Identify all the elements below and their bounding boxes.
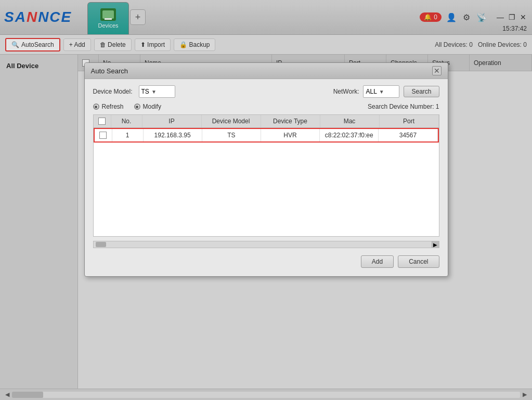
modal-table-header: No. IP Device Model Device Type Mac Port — [94, 115, 439, 128]
device-model-label: Device Model: — [93, 88, 133, 95]
network-arrow: ▼ — [379, 89, 384, 95]
row-mac: c8:22:02:37:f0:ee — [320, 129, 379, 141]
mth-device-type: Device Type — [261, 115, 320, 127]
scrollbar-thumb[interactable] — [96, 242, 106, 247]
row-port: 34567 — [379, 129, 437, 141]
row-checkbox[interactable] — [99, 132, 107, 139]
row-checkbox-cell[interactable] — [95, 129, 112, 141]
modal-overlay: Auto Search ✕ Device Model: TS ▼ NetWork… — [0, 0, 532, 389]
search-count-label: Search Device Number: — [368, 103, 434, 110]
refresh-label: Refresh — [102, 103, 124, 110]
mth-no: No. — [111, 115, 142, 127]
table-row[interactable]: 1 192.168.3.95 TS HVR c8:22:02:37:f0:ee … — [94, 128, 439, 143]
search-device-count: Search Device Number: 1 — [368, 103, 439, 110]
mth-checkbox — [94, 115, 111, 127]
device-model-arrow: ▼ — [151, 89, 157, 95]
mth-ip: IP — [142, 115, 202, 127]
bottom-bar: ◀ ▶ — [0, 389, 532, 400]
mth-port: Port — [380, 115, 439, 127]
row-no: 1 — [112, 129, 144, 141]
modal-close-button[interactable]: ✕ — [432, 66, 442, 75]
row-device-model: TS — [202, 129, 261, 141]
auto-search-modal: Auto Search ✕ Device Model: TS ▼ NetWork… — [84, 62, 448, 277]
scroll-right-icon[interactable]: ▶ — [523, 391, 527, 398]
modify-label: Modify — [143, 103, 161, 110]
modal-select-all-checkbox[interactable] — [98, 118, 106, 125]
modal-scrollbar[interactable]: ▶ — [93, 241, 439, 248]
horizontal-scrollbar[interactable] — [12, 392, 520, 398]
network-label: NetWork: — [333, 88, 359, 95]
device-model-value: TS — [141, 88, 149, 95]
table-empty-area — [94, 143, 439, 236]
search-results-table: No. IP Device Model Device Type Mac Port… — [93, 114, 439, 237]
scroll-right-btn[interactable]: ▶ — [432, 241, 439, 248]
modal-body: Device Model: TS ▼ NetWork: ALL ▼ Search — [85, 79, 448, 276]
modify-button[interactable]: Modify — [134, 103, 161, 110]
modal-title: Auto Search — [91, 67, 128, 75]
network-select-area: NetWork: ALL ▼ Search — [333, 85, 439, 98]
row-device-type: HVR — [261, 129, 320, 141]
refresh-radio-icon — [93, 104, 99, 110]
modal-actions-row: Refresh Modify Search Device Number: 1 — [93, 103, 439, 110]
row-ip: 192.168.3.95 — [144, 129, 202, 141]
device-model-select[interactable]: TS ▼ — [139, 85, 175, 98]
modal-footer: Add Cancel — [93, 253, 439, 270]
modal-title-bar: Auto Search ✕ — [85, 63, 448, 79]
mth-device-model: Device Model — [202, 115, 261, 127]
network-value: ALL — [366, 88, 377, 95]
mth-mac: Mac — [320, 115, 380, 127]
modal-filter-row: Device Model: TS ▼ NetWork: ALL ▼ Search — [93, 85, 439, 98]
network-select[interactable]: ALL ▼ — [363, 85, 399, 98]
search-button[interactable]: Search — [404, 86, 439, 97]
search-count-value: 1 — [436, 103, 439, 110]
modify-radio-icon — [134, 104, 140, 110]
refresh-button[interactable]: Refresh — [93, 103, 124, 110]
modal-cancel-button[interactable]: Cancel — [398, 255, 439, 268]
modal-add-button[interactable]: Add — [361, 255, 394, 268]
scroll-left-icon[interactable]: ◀ — [5, 391, 9, 398]
